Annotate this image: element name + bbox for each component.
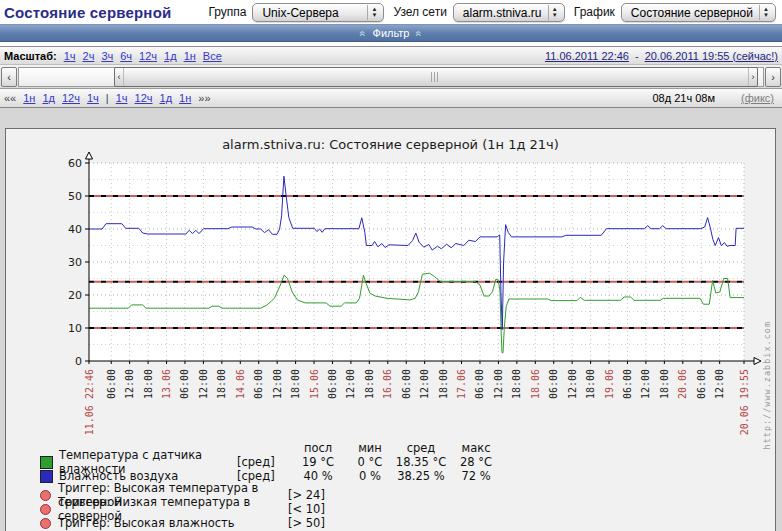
nav-fwd-1h[interactable]: 1ч	[116, 92, 128, 104]
period-end-link[interactable]: 20.06.2011 19:55 (сейчас!)	[645, 50, 778, 62]
svg-text:0: 0	[75, 355, 82, 368]
trigger-row: Триггер: Высокая влажность [> 50]	[6, 516, 775, 530]
svg-text:50: 50	[68, 190, 82, 203]
series-func: [сред]	[237, 455, 289, 469]
series-avg: 18.35 °C	[393, 455, 449, 469]
scrollbar-track[interactable]: ‹ ›	[18, 67, 764, 87]
chart-panel: alarm.stniva.ru: Состояние серверной (1н…	[5, 128, 776, 531]
series-min: 0 %	[347, 469, 393, 483]
scrollbar-left-arrow[interactable]: ‹	[1, 67, 17, 87]
svg-text:06:00: 06:00	[696, 369, 707, 399]
filter-bar-label: Фильтр	[373, 27, 410, 39]
slider-left-handle[interactable]: ‹	[115, 68, 124, 86]
svg-text:11.06 22:46: 11.06 22:46	[84, 369, 95, 435]
col-max: макс	[449, 441, 503, 455]
svg-text:12:00: 12:00	[345, 369, 356, 399]
scale-link-3h[interactable]: 3ч	[101, 50, 113, 62]
svg-text:17.06: 17.06	[456, 369, 467, 399]
series-max: 28 °C	[449, 455, 503, 469]
scrollbar-slider[interactable]: ‹ ›	[114, 67, 758, 87]
svg-text:12:00: 12:00	[124, 369, 135, 399]
svg-text:06:00: 06:00	[106, 369, 117, 399]
trigger-threshold: [> 50]	[288, 516, 325, 530]
svg-text:16.06: 16.06	[382, 369, 393, 399]
trigger-threshold: [< 10]	[288, 502, 325, 516]
svg-text:20: 20	[68, 289, 82, 302]
host-select-value: alarm.stniva.ru	[463, 6, 542, 20]
svg-text:18:00: 18:00	[290, 369, 301, 399]
col-min: мин	[347, 441, 393, 455]
graph-select[interactable]: Состояние серверной ▲▼	[621, 3, 776, 22]
period-dates: 11.06.2011 22:46 - 20.06.2011 19:55 (сей…	[545, 50, 778, 62]
scale-link-1w[interactable]: 1н	[184, 50, 196, 62]
svg-text:12:00: 12:00	[198, 369, 209, 399]
nav-fwd-12h[interactable]: 12ч	[135, 92, 153, 104]
svg-text:60: 60	[68, 157, 82, 170]
nav-back-1d[interactable]: 1д	[42, 92, 55, 104]
svg-text:20.06: 20.06	[677, 369, 688, 399]
series-min: 0 °C	[347, 455, 393, 469]
svg-text:18:00: 18:00	[511, 369, 522, 399]
svg-text:18:00: 18:00	[585, 369, 596, 399]
scale-link-1d[interactable]: 1д	[164, 50, 177, 62]
svg-text:18:00: 18:00	[143, 369, 154, 399]
period-separator: -	[635, 50, 639, 62]
svg-text:20.06 19:55: 20.06 19:55	[739, 369, 750, 435]
svg-text:40: 40	[68, 223, 82, 236]
svg-text:18:00: 18:00	[438, 369, 449, 399]
nav-back-1h[interactable]: 1ч	[87, 92, 99, 104]
nav-divider: |	[106, 92, 109, 104]
graph-canvas: 010203040506011.06 22:4606:0012:0018:001…	[6, 151, 775, 441]
filter-bar[interactable]: « Фильтр «	[0, 24, 782, 42]
trigger-dot-icon	[40, 490, 51, 501]
svg-text:19.06: 19.06	[604, 369, 615, 399]
nav-back-1w[interactable]: 1н	[23, 92, 35, 104]
scale-label: Масштаб:	[4, 50, 57, 62]
period-start-link[interactable]: 11.06.2011 22:46	[545, 50, 629, 62]
col-avg: сред	[393, 441, 449, 455]
legend-row-temperature: Температура с датчика влажности [сред] 1…	[6, 455, 775, 469]
fix-period-link[interactable]: (фикс)	[741, 92, 774, 104]
nav-right: 08д 21ч 08м (фикс)	[653, 92, 775, 104]
chart-legend: посл мин сред макс Температура с датчика…	[6, 441, 775, 530]
temperature-swatch-icon	[40, 456, 53, 469]
group-control: Группа Unix-Сервера ▲▼	[208, 3, 384, 22]
svg-text:12:00: 12:00	[272, 369, 283, 399]
scale-link-all[interactable]: Все	[203, 50, 222, 62]
nav-fwd-1d[interactable]: 1д	[160, 92, 173, 104]
svg-text:12:00: 12:00	[640, 369, 651, 399]
nav-fwd-1w[interactable]: 1н	[179, 92, 191, 104]
trigger-label: Триггер: Высокая влажность	[58, 516, 288, 530]
page-header: Состояние серверной Группа Unix-Сервера …	[0, 0, 782, 24]
slider-grip-icon[interactable]	[431, 72, 440, 82]
svg-text:06:00: 06:00	[474, 369, 485, 399]
svg-text:06:00: 06:00	[179, 369, 190, 399]
nav-back-symbol: ««	[4, 92, 16, 104]
group-select[interactable]: Unix-Сервера ▲▼	[252, 3, 384, 22]
scale-row: Масштаб: 1ч 2ч 3ч 6ч 12ч 1д 1н Все 11.06…	[0, 46, 782, 64]
trigger-threshold: [> 24]	[288, 488, 325, 502]
select-arrows-icon: ▲▼	[548, 5, 561, 20]
graph-select-value: Состояние серверной	[631, 6, 753, 20]
svg-text:12:00: 12:00	[493, 369, 504, 399]
host-select[interactable]: alarm.stniva.ru ▲▼	[453, 3, 565, 22]
chart-title: alarm.stniva.ru: Состояние серверной (1н…	[6, 129, 775, 151]
nav-back-12h[interactable]: 12ч	[62, 92, 80, 104]
slider-right-handle[interactable]: ›	[748, 68, 757, 86]
svg-text:14.06: 14.06	[235, 369, 246, 399]
scrollbar-right-arrow[interactable]: ›	[765, 67, 781, 87]
scale-link-2h[interactable]: 2ч	[83, 50, 95, 62]
period-length: 08д 21ч 08м	[653, 92, 716, 104]
group-select-value: Unix-Сервера	[262, 6, 338, 20]
svg-text:18:00: 18:00	[216, 369, 227, 399]
svg-text:15.06: 15.06	[309, 369, 320, 399]
svg-text:06:00: 06:00	[622, 369, 633, 399]
scale-link-6h[interactable]: 6ч	[120, 50, 132, 62]
time-scrollbar: ‹ ‹ › ›	[0, 64, 782, 88]
period-nav-row: «« 1н 1д 12ч 1ч | 1ч 12ч 1д 1н »» 08д 21…	[0, 88, 782, 108]
page-title: Состояние серверной	[4, 4, 171, 21]
scale-link-1h[interactable]: 1ч	[64, 50, 76, 62]
host-label: Узел сети	[393, 5, 446, 19]
scale-link-12h[interactable]: 12ч	[139, 50, 157, 62]
series-last: 19 °C	[289, 455, 347, 469]
